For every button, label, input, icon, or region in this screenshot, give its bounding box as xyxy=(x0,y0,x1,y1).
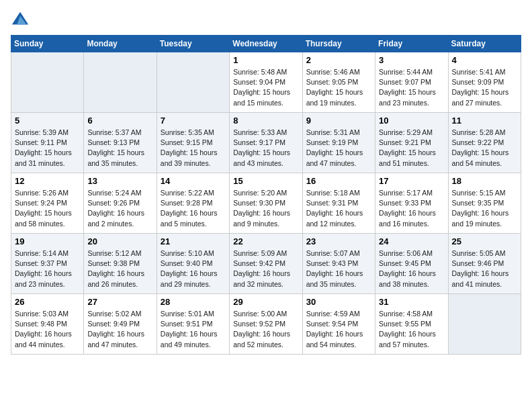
calendar-cell: 18Sunrise: 5:15 AM Sunset: 9:35 PM Dayli… xyxy=(448,173,521,234)
day-number: 16 xyxy=(306,176,371,186)
day-info: Sunrise: 5:44 AM Sunset: 9:07 PM Dayligh… xyxy=(379,67,444,108)
day-number: 26 xyxy=(15,297,80,307)
calendar-cell: 3Sunrise: 5:44 AM Sunset: 9:07 PM Daylig… xyxy=(375,52,448,113)
day-info: Sunrise: 5:33 AM Sunset: 9:17 PM Dayligh… xyxy=(233,128,298,169)
calendar-cell: 19Sunrise: 5:14 AM Sunset: 9:37 PM Dayli… xyxy=(11,234,84,294)
day-number: 15 xyxy=(233,176,298,186)
weekday-header-saturday: Saturday xyxy=(448,36,521,52)
calendar-cell: 16Sunrise: 5:18 AM Sunset: 9:31 PM Dayli… xyxy=(302,173,375,234)
week-row-3: 12Sunrise: 5:26 AM Sunset: 9:24 PM Dayli… xyxy=(11,173,521,234)
day-info: Sunrise: 5:20 AM Sunset: 9:30 PM Dayligh… xyxy=(233,188,298,229)
weekday-header-thursday: Thursday xyxy=(302,36,375,52)
day-number: 27 xyxy=(87,297,152,307)
day-info: Sunrise: 4:58 AM Sunset: 9:55 PM Dayligh… xyxy=(379,309,444,350)
day-number: 5 xyxy=(15,116,80,126)
day-number: 19 xyxy=(15,236,80,246)
day-info: Sunrise: 5:01 AM Sunset: 9:51 PM Dayligh… xyxy=(161,309,226,350)
calendar-cell xyxy=(84,52,157,113)
day-number: 18 xyxy=(452,176,517,186)
weekday-header-monday: Monday xyxy=(84,36,157,52)
weekday-header-friday: Friday xyxy=(375,36,448,52)
calendar-cell: 17Sunrise: 5:17 AM Sunset: 9:33 PM Dayli… xyxy=(375,173,448,234)
day-info: Sunrise: 5:41 AM Sunset: 9:09 PM Dayligh… xyxy=(452,67,517,108)
calendar-cell: 8Sunrise: 5:33 AM Sunset: 9:17 PM Daylig… xyxy=(230,113,302,173)
calendar-table: SundayMondayTuesdayWednesdayThursdayFrid… xyxy=(11,35,521,355)
day-number: 23 xyxy=(306,236,371,246)
week-row-5: 26Sunrise: 5:03 AM Sunset: 9:48 PM Dayli… xyxy=(11,294,521,355)
day-number: 30 xyxy=(306,297,371,307)
calendar-cell: 24Sunrise: 5:06 AM Sunset: 9:45 PM Dayli… xyxy=(375,234,448,294)
calendar-cell: 25Sunrise: 5:05 AM Sunset: 9:46 PM Dayli… xyxy=(448,234,521,294)
page-header xyxy=(11,11,521,30)
calendar-cell: 12Sunrise: 5:26 AM Sunset: 9:24 PM Dayli… xyxy=(11,173,84,234)
day-info: Sunrise: 5:26 AM Sunset: 9:24 PM Dayligh… xyxy=(15,188,80,229)
calendar-cell: 14Sunrise: 5:22 AM Sunset: 9:28 PM Dayli… xyxy=(157,173,229,234)
calendar-cell: 22Sunrise: 5:09 AM Sunset: 9:42 PM Dayli… xyxy=(230,234,302,294)
day-info: Sunrise: 4:59 AM Sunset: 9:54 PM Dayligh… xyxy=(306,309,371,350)
day-info: Sunrise: 5:39 AM Sunset: 9:11 PM Dayligh… xyxy=(15,128,80,169)
day-number: 20 xyxy=(87,236,152,246)
day-number: 29 xyxy=(233,297,298,307)
calendar-cell: 5Sunrise: 5:39 AM Sunset: 9:11 PM Daylig… xyxy=(11,113,84,173)
day-number: 2 xyxy=(306,55,371,65)
calendar-cell xyxy=(11,52,84,113)
weekday-header-sunday: Sunday xyxy=(11,36,84,52)
calendar-cell: 28Sunrise: 5:01 AM Sunset: 9:51 PM Dayli… xyxy=(157,294,229,355)
week-row-1: 1Sunrise: 5:48 AM Sunset: 9:04 PM Daylig… xyxy=(11,52,521,113)
day-number: 6 xyxy=(87,116,152,126)
calendar-cell: 7Sunrise: 5:35 AM Sunset: 9:15 PM Daylig… xyxy=(157,113,229,173)
day-info: Sunrise: 5:09 AM Sunset: 9:42 PM Dayligh… xyxy=(233,248,298,289)
day-number: 21 xyxy=(161,236,226,246)
day-info: Sunrise: 5:31 AM Sunset: 9:19 PM Dayligh… xyxy=(306,128,371,169)
week-row-4: 19Sunrise: 5:14 AM Sunset: 9:37 PM Dayli… xyxy=(11,234,521,294)
day-info: Sunrise: 5:02 AM Sunset: 9:49 PM Dayligh… xyxy=(87,309,152,350)
day-info: Sunrise: 5:05 AM Sunset: 9:46 PM Dayligh… xyxy=(452,248,517,289)
day-info: Sunrise: 5:06 AM Sunset: 9:45 PM Dayligh… xyxy=(379,248,444,289)
day-number: 8 xyxy=(233,116,298,126)
day-info: Sunrise: 5:18 AM Sunset: 9:31 PM Dayligh… xyxy=(306,188,371,229)
logo-icon xyxy=(11,11,30,30)
calendar-cell: 15Sunrise: 5:20 AM Sunset: 9:30 PM Dayli… xyxy=(230,173,302,234)
day-number: 7 xyxy=(161,116,226,126)
calendar-cell: 20Sunrise: 5:12 AM Sunset: 9:38 PM Dayli… xyxy=(84,234,157,294)
day-number: 3 xyxy=(379,55,444,65)
logo xyxy=(11,11,32,30)
calendar-cell: 13Sunrise: 5:24 AM Sunset: 9:26 PM Dayli… xyxy=(84,173,157,234)
weekday-header-tuesday: Tuesday xyxy=(157,36,229,52)
day-number: 28 xyxy=(161,297,226,307)
day-info: Sunrise: 5:07 AM Sunset: 9:43 PM Dayligh… xyxy=(306,248,371,289)
calendar-cell: 10Sunrise: 5:29 AM Sunset: 9:21 PM Dayli… xyxy=(375,113,448,173)
day-info: Sunrise: 5:14 AM Sunset: 9:37 PM Dayligh… xyxy=(15,248,80,289)
calendar-cell: 27Sunrise: 5:02 AM Sunset: 9:49 PM Dayli… xyxy=(84,294,157,355)
weekday-header-row: SundayMondayTuesdayWednesdayThursdayFrid… xyxy=(11,36,521,52)
day-number: 11 xyxy=(452,116,517,126)
day-info: Sunrise: 5:12 AM Sunset: 9:38 PM Dayligh… xyxy=(87,248,152,289)
weekday-header-wednesday: Wednesday xyxy=(230,36,302,52)
calendar-cell: 23Sunrise: 5:07 AM Sunset: 9:43 PM Dayli… xyxy=(302,234,375,294)
day-number: 10 xyxy=(379,116,444,126)
day-number: 12 xyxy=(15,176,80,186)
calendar-cell: 2Sunrise: 5:46 AM Sunset: 9:05 PM Daylig… xyxy=(302,52,375,113)
calendar-cell: 9Sunrise: 5:31 AM Sunset: 9:19 PM Daylig… xyxy=(302,113,375,173)
calendar-cell: 6Sunrise: 5:37 AM Sunset: 9:13 PM Daylig… xyxy=(84,113,157,173)
calendar-cell: 31Sunrise: 4:58 AM Sunset: 9:55 PM Dayli… xyxy=(375,294,448,355)
day-info: Sunrise: 5:17 AM Sunset: 9:33 PM Dayligh… xyxy=(379,188,444,229)
calendar-cell: 26Sunrise: 5:03 AM Sunset: 9:48 PM Dayli… xyxy=(11,294,84,355)
day-info: Sunrise: 5:22 AM Sunset: 9:28 PM Dayligh… xyxy=(161,188,226,229)
day-number: 31 xyxy=(379,297,444,307)
calendar-cell: 11Sunrise: 5:28 AM Sunset: 9:22 PM Dayli… xyxy=(448,113,521,173)
calendar-cell: 30Sunrise: 4:59 AM Sunset: 9:54 PM Dayli… xyxy=(302,294,375,355)
day-info: Sunrise: 5:24 AM Sunset: 9:26 PM Dayligh… xyxy=(87,188,152,229)
day-number: 14 xyxy=(161,176,226,186)
day-info: Sunrise: 5:28 AM Sunset: 9:22 PM Dayligh… xyxy=(452,128,517,169)
day-info: Sunrise: 5:00 AM Sunset: 9:52 PM Dayligh… xyxy=(233,309,298,350)
day-info: Sunrise: 5:37 AM Sunset: 9:13 PM Dayligh… xyxy=(87,128,152,169)
day-info: Sunrise: 5:29 AM Sunset: 9:21 PM Dayligh… xyxy=(379,128,444,169)
calendar-cell: 4Sunrise: 5:41 AM Sunset: 9:09 PM Daylig… xyxy=(448,52,521,113)
day-number: 9 xyxy=(306,116,371,126)
day-info: Sunrise: 5:10 AM Sunset: 9:40 PM Dayligh… xyxy=(161,248,226,289)
calendar-cell: 1Sunrise: 5:48 AM Sunset: 9:04 PM Daylig… xyxy=(230,52,302,113)
day-number: 22 xyxy=(233,236,298,246)
day-info: Sunrise: 5:48 AM Sunset: 9:04 PM Dayligh… xyxy=(233,67,298,108)
day-number: 1 xyxy=(233,55,298,65)
